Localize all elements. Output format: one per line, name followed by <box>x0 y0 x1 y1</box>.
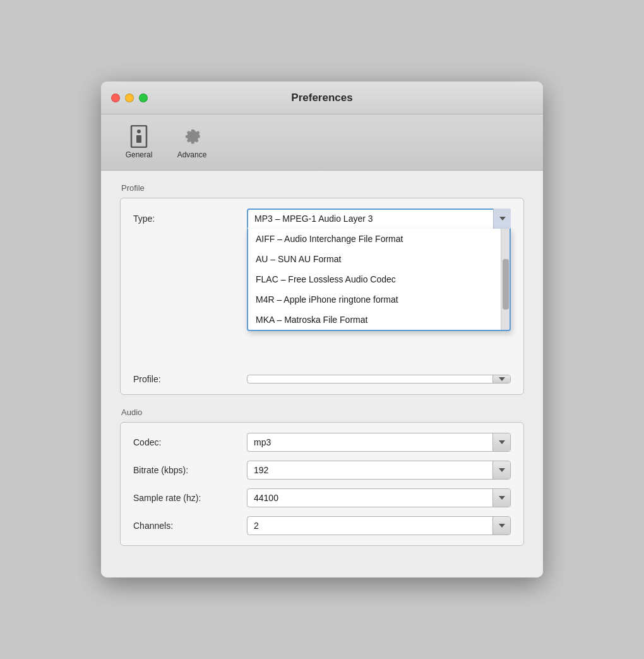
samplerate-arrow-icon <box>499 496 505 500</box>
codec-select[interactable]: mp3 <box>247 433 511 452</box>
bitrate-field-row: Bitrate (kbps): 192 <box>133 461 511 480</box>
channels-control: 2 <box>247 516 511 535</box>
samplerate-arrow[interactable] <box>492 489 510 507</box>
bitrate-select[interactable]: 192 <box>247 461 511 480</box>
profile-select[interactable] <box>247 375 511 384</box>
profile-dropdown-control <box>247 375 511 384</box>
samplerate-label: Sample rate (hz): <box>133 493 247 503</box>
type-selected-value: MP3 – MPEG-1 Audio Layer 3 <box>254 214 373 224</box>
type-dropdown-selected[interactable]: MP3 – MPEG-1 Audio Layer 3 <box>247 209 511 229</box>
dropdown-item-au[interactable]: AU – SUN AU Format <box>248 249 501 269</box>
dropdown-scrollbar-thumb <box>503 259 509 310</box>
bitrate-control: 192 <box>247 461 511 480</box>
preferences-window: Preferences General Advance <box>101 82 543 577</box>
dropdown-item-m4r[interactable]: M4R – Apple iPhone ringtone format <box>248 289 501 310</box>
titlebar: Preferences <box>101 82 543 114</box>
maximize-button[interactable] <box>139 94 148 102</box>
dropdown-item-flac[interactable]: FLAC – Free Lossless Audio Codec <box>248 269 501 289</box>
window-title: Preferences <box>291 92 352 104</box>
gear-icon <box>181 125 203 148</box>
samplerate-select-wrapper: 44100 <box>247 488 511 507</box>
profile-field-row: Profile: <box>133 374 511 384</box>
advance-tab-label: Advance <box>177 150 207 159</box>
minimize-button[interactable] <box>125 94 134 102</box>
close-button[interactable] <box>111 94 120 102</box>
codec-value: mp3 <box>254 437 271 447</box>
general-tab-label: General <box>126 150 153 159</box>
samplerate-select[interactable]: 44100 <box>247 488 511 507</box>
samplerate-field-row: Sample rate (hz): 44100 <box>133 488 511 507</box>
channels-select-wrapper: 2 <box>247 516 511 535</box>
codec-arrow-icon <box>499 440 505 444</box>
type-label: Type: <box>133 214 247 224</box>
profile-label: Profile: <box>133 374 247 384</box>
dropdown-arrow-icon <box>499 217 506 221</box>
codec-control: mp3 <box>247 433 511 452</box>
bitrate-select-wrapper: 192 <box>247 461 511 480</box>
bitrate-value: 192 <box>254 465 268 475</box>
toolbar: General Advance <box>101 114 543 171</box>
channels-field-row: Channels: 2 <box>133 516 511 535</box>
type-dropdown-container: MP3 – MPEG-1 Audio Layer 3 AIFF – Audio … <box>247 209 511 229</box>
bitrate-arrow[interactable] <box>492 461 510 479</box>
traffic-lights <box>111 94 148 102</box>
codec-label: Codec: <box>133 437 247 447</box>
bitrate-arrow-icon <box>499 468 505 472</box>
audio-section-box: Codec: mp3 Bitrate (kbps): <box>120 422 524 546</box>
tab-advance[interactable]: Advance <box>167 121 217 164</box>
dropdown-list-inner: AIFF – Audio Interchange File Format AU … <box>248 229 510 330</box>
content-area: Profile Type: MP3 – MPEG-1 Audio Layer 3 <box>101 171 543 577</box>
channels-value: 2 <box>254 521 259 531</box>
channels-select[interactable]: 2 <box>247 516 511 535</box>
profile-select-arrow[interactable] <box>492 375 510 383</box>
codec-field-row: Codec: mp3 <box>133 433 511 452</box>
dropdown-scrollbar[interactable] <box>501 229 510 330</box>
type-field-row: Type: MP3 – MPEG-1 Audio Layer 3 AIF <box>133 209 511 229</box>
samplerate-value: 44100 <box>254 493 278 503</box>
profile-section-box: Type: MP3 – MPEG-1 Audio Layer 3 AIF <box>120 198 524 395</box>
samplerate-control: 44100 <box>247 488 511 507</box>
audio-section-label: Audio <box>121 408 524 417</box>
svg-rect-2 <box>136 135 141 143</box>
type-dropdown-control: MP3 – MPEG-1 Audio Layer 3 AIFF – Audio … <box>247 209 511 229</box>
channels-label: Channels: <box>133 521 247 531</box>
channels-arrow-icon <box>499 524 505 528</box>
codec-arrow[interactable] <box>492 433 510 451</box>
type-dropdown-arrow-btn[interactable] <box>493 209 511 229</box>
codec-select-wrapper: mp3 <box>247 433 511 452</box>
type-dropdown-list: AIFF – Audio Interchange File Format AU … <box>247 229 511 331</box>
profile-arrow-icon <box>499 377 505 381</box>
profile-section-label: Profile <box>121 183 524 193</box>
svg-point-1 <box>137 130 141 133</box>
dropdown-item-mka[interactable]: MKA – Matroska File Format <box>248 310 501 330</box>
bitrate-label: Bitrate (kbps): <box>133 465 247 475</box>
dropdown-item-aiff[interactable]: AIFF – Audio Interchange File Format <box>248 229 501 249</box>
tab-general[interactable]: General <box>114 121 164 164</box>
channels-arrow[interactable] <box>492 517 510 535</box>
profile-select-wrapper <box>247 375 511 384</box>
general-icon <box>128 125 150 148</box>
